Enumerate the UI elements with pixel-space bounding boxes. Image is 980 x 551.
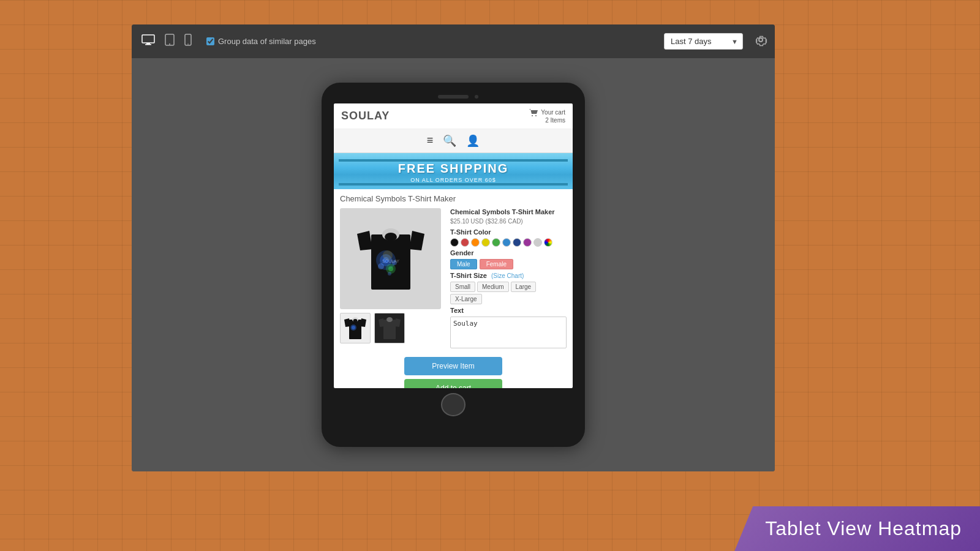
bottom-label-text: Tablet View Heatmap (765, 517, 962, 539)
size-label-text: T-Shirt Size (450, 272, 487, 279)
cart-info: Your cart 2 Items (529, 108, 565, 124)
group-data-checkbox[interactable] (206, 37, 214, 45)
banner-sub-text: ON ALL ORDERS OVER 60$ (339, 177, 568, 183)
menu-icon[interactable]: ≡ (427, 134, 434, 148)
size-label: T-Shirt Size (Size Chart) (450, 272, 567, 279)
site-logo: SOULAY (341, 110, 390, 122)
cart-icon (529, 108, 538, 117)
svg-point-6 (187, 43, 189, 45)
banner-main-text: FREE SHIPPING (339, 162, 568, 176)
site-nav-icons: ≡ 🔍 👤 (334, 129, 573, 153)
action-buttons: Preview Item Add to cart (340, 357, 567, 389)
desktop-icon[interactable] (139, 32, 157, 51)
content-area: SOULAY Your cart 2 Items (132, 58, 775, 471)
svg-point-8 (535, 115, 537, 116)
svg-text:SOULAY: SOULAY (382, 259, 399, 263)
svg-point-34 (386, 317, 393, 322)
svg-point-4 (169, 43, 170, 45)
cart-label: Your cart (541, 109, 565, 116)
site-header: SOULAY Your cart 2 Items (334, 103, 573, 129)
main-product-image: SOULAY (340, 208, 441, 309)
svg-rect-2 (145, 44, 151, 45)
user-icon[interactable]: 👤 (466, 134, 480, 148)
tablet-camera (438, 95, 469, 99)
svg-rect-0 (142, 35, 154, 43)
color-green[interactable] (492, 238, 500, 247)
color-multicolor[interactable] (544, 238, 552, 247)
free-shipping-banner: FREE SHIPPING ON ALL ORDERS OVER 60$ (334, 153, 573, 189)
group-data-checkbox-label[interactable]: Group data of similar pages (206, 37, 316, 46)
color-purple[interactable] (523, 238, 532, 247)
product-page: Chemical Symbols T-Shirt Maker (334, 189, 573, 389)
settings-icon[interactable] (754, 33, 767, 50)
product-page-title: Chemical Symbols T-Shirt Maker (340, 194, 567, 203)
price-usd: $25.10 USD (450, 218, 483, 225)
thumbnail-2[interactable] (374, 313, 405, 343)
tablet-frame: SOULAY Your cart 2 Items (322, 83, 585, 447)
size-large-btn[interactable]: Large (511, 282, 537, 292)
product-price: $25.10 USD ($32.86 CAD) (450, 217, 567, 225)
svg-point-30 (352, 326, 355, 329)
thumbnail-1[interactable] (340, 313, 371, 343)
text-label: Text (450, 307, 567, 314)
date-range-select[interactable]: Last 7 days Last 30 days Last 90 days Cu… (664, 33, 743, 50)
color-label: T-Shirt Color (450, 228, 567, 236)
gender-label: Gender (450, 249, 567, 257)
svg-point-19 (378, 263, 384, 269)
banner-ribbon-bottom (339, 183, 568, 186)
size-buttons: Small Medium Large X-Large (450, 282, 567, 304)
gender-male-btn[interactable]: Male (450, 259, 477, 269)
tshirt-svg: SOULAY (354, 225, 428, 292)
product-layout: SOULAY (340, 208, 567, 351)
size-small-btn[interactable]: Small (450, 282, 475, 292)
color-blue[interactable] (502, 238, 511, 247)
toolbar: Group data of similar pages Last 7 days … (132, 24, 775, 58)
mobile-icon[interactable] (182, 31, 194, 51)
svg-rect-33 (383, 320, 396, 339)
cart-items: 2 Items (529, 117, 565, 124)
color-gray[interactable] (533, 238, 542, 247)
device-icons (139, 31, 194, 51)
size-chart-link[interactable]: (Size Chart) (491, 272, 524, 279)
color-yellow[interactable] (481, 238, 490, 247)
date-range-wrapper: Last 7 days Last 30 days Last 90 days Cu… (664, 33, 743, 50)
color-navy[interactable] (513, 238, 521, 247)
tablet-home-button[interactable] (441, 393, 466, 416)
svg-point-18 (388, 266, 393, 271)
analytics-window: Group data of similar pages Last 7 days … (132, 24, 775, 471)
product-thumbnails (340, 313, 444, 343)
product-details: Chemical Symbols T-Shirt Maker $25.10 US… (450, 208, 567, 351)
size-medium-btn[interactable]: Medium (477, 282, 509, 292)
group-data-label: Group data of similar pages (218, 37, 316, 46)
color-orange[interactable] (471, 238, 480, 247)
color-red[interactable] (461, 238, 469, 247)
gender-female-btn[interactable]: Female (480, 259, 513, 269)
tablet-icon[interactable] (162, 31, 177, 51)
tablet-screen: SOULAY Your cart 2 Items (334, 103, 573, 389)
product-name: Chemical Symbols T-Shirt Maker (450, 208, 567, 216)
price-cad: ($32.86 CAD) (486, 218, 523, 225)
svg-marker-10 (409, 231, 424, 250)
text-input[interactable]: Soulay (450, 317, 567, 348)
search-icon[interactable]: 🔍 (443, 134, 456, 148)
svg-marker-9 (357, 231, 372, 250)
preview-item-button[interactable]: Preview Item (404, 357, 502, 375)
color-swatches (450, 238, 567, 247)
svg-point-28 (353, 319, 358, 323)
gender-buttons: Male Female (450, 259, 567, 269)
bottom-label: Tablet View Heatmap (734, 506, 980, 551)
svg-point-7 (532, 115, 533, 116)
add-to-cart-button[interactable]: Add to cart (404, 379, 502, 389)
product-image-section: SOULAY (340, 208, 444, 351)
color-black[interactable] (450, 238, 459, 247)
size-xlarge-btn[interactable]: X-Large (450, 294, 482, 304)
svg-point-21 (388, 272, 391, 276)
svg-point-13 (385, 233, 397, 241)
svg-rect-1 (146, 43, 150, 44)
cart-icon-wrapper: Your cart (529, 108, 565, 117)
